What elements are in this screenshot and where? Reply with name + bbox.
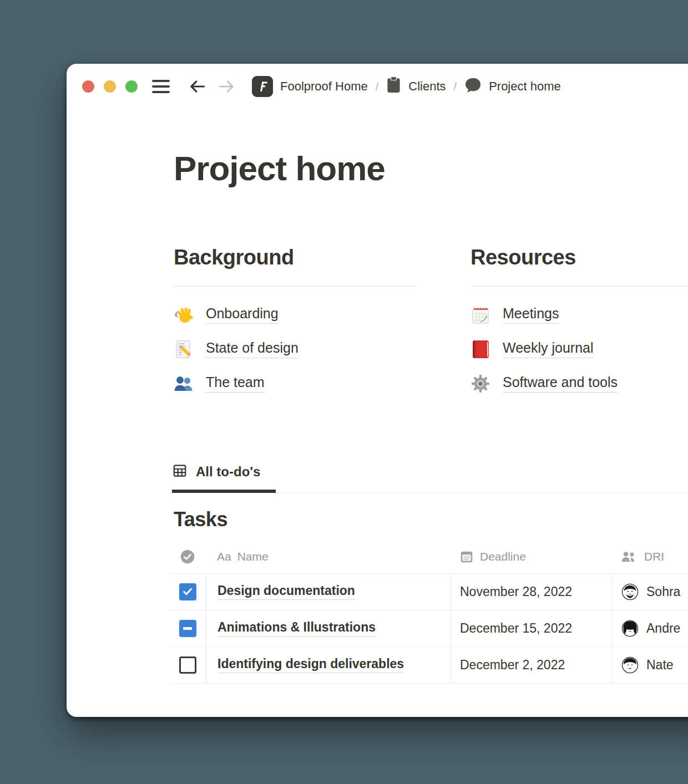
back-button[interactable] bbox=[188, 77, 208, 96]
page-link-the-team[interactable]: The team bbox=[174, 366, 416, 401]
red-book-icon bbox=[471, 339, 490, 359]
page-link-weekly-journal[interactable]: Weekly journal bbox=[471, 332, 688, 366]
breadcrumb-separator: / bbox=[454, 80, 457, 93]
task-deadline-cell[interactable]: December 2, 2022 bbox=[451, 647, 612, 683]
speech-bubble-icon bbox=[464, 77, 482, 96]
page-link-state-of-design[interactable]: State of design bbox=[174, 332, 416, 366]
traffic-lights bbox=[82, 80, 138, 93]
page-link-label: Software and tools bbox=[503, 374, 618, 393]
people-icon bbox=[621, 551, 636, 563]
task-name-link[interactable]: Identifying design deliverables bbox=[217, 656, 404, 673]
page-content: Project home Background bbox=[67, 150, 688, 684]
task-deadline: November 28, 2022 bbox=[460, 584, 572, 599]
text-type-icon: Aa bbox=[217, 550, 231, 563]
task-deadline-cell[interactable]: December 15, 2022 bbox=[451, 610, 612, 646]
task-dri: Andre bbox=[646, 621, 680, 636]
task-deadline: December 15, 2022 bbox=[460, 621, 572, 636]
avatar-sohra bbox=[621, 583, 639, 600]
waving-hand-icon bbox=[174, 305, 194, 325]
background-section: Background bbox=[174, 245, 416, 401]
gear-icon bbox=[471, 374, 490, 394]
header-name-column[interactable]: Aa Name bbox=[206, 540, 451, 573]
link-sections: Background bbox=[174, 245, 688, 401]
page-link-label: Meetings bbox=[503, 306, 559, 324]
breadcrumb-item-foolproof-home[interactable]: Foolproof Home bbox=[252, 76, 368, 97]
task-checkbox-unchecked[interactable] bbox=[179, 656, 196, 674]
table-body: Design documentation November 28, 2022 S… bbox=[169, 573, 688, 684]
breadcrumb-separator: / bbox=[376, 80, 379, 93]
page-link-software-and-tools[interactable]: Software and tools bbox=[471, 366, 688, 401]
section-divider bbox=[174, 286, 416, 287]
memo-pencil-icon bbox=[174, 339, 194, 359]
page-link-label: Onboarding bbox=[206, 306, 279, 324]
breadcrumb: Foolproof Home / Clients / Project home bbox=[252, 76, 561, 97]
breadcrumb-item-clients[interactable]: Clients bbox=[386, 77, 446, 96]
two-people-icon bbox=[174, 374, 194, 394]
spiral-calendar-icon bbox=[471, 305, 490, 325]
column-label: Deadline bbox=[480, 550, 526, 563]
table-row: Animations & Illustrations December 15, … bbox=[169, 610, 688, 646]
page-link-label: Weekly journal bbox=[503, 340, 594, 358]
task-checkbox-checked[interactable] bbox=[179, 583, 196, 600]
task-dri-cell[interactable]: Nate bbox=[612, 647, 688, 683]
header-deadline-column[interactable]: Deadline bbox=[451, 540, 612, 573]
task-deadline-cell[interactable]: November 28, 2022 bbox=[451, 574, 612, 610]
breadcrumb-label: Project home bbox=[489, 79, 561, 94]
task-deadline: December 2, 2022 bbox=[460, 658, 565, 673]
header-checkbox-column[interactable] bbox=[169, 540, 206, 573]
page-link-label: State of design bbox=[206, 340, 299, 358]
app-window: Foolproof Home / Clients / Project home … bbox=[67, 64, 688, 717]
page-title: Project home bbox=[174, 150, 688, 187]
header-dri-column[interactable]: DRI bbox=[612, 540, 688, 573]
tab-all-todos[interactable]: All to-do's bbox=[172, 463, 276, 493]
task-name-link[interactable]: Animations & Illustrations bbox=[217, 620, 376, 637]
task-dri-cell[interactable]: Sohra bbox=[612, 574, 688, 610]
task-dri: Nate bbox=[646, 658, 674, 673]
breadcrumb-item-project-home[interactable]: Project home bbox=[464, 77, 561, 96]
task-dri-cell[interactable]: Andre bbox=[612, 610, 688, 646]
foolproof-logo-icon bbox=[252, 76, 273, 97]
sidebar-menu-icon[interactable] bbox=[152, 80, 170, 93]
task-name-link[interactable]: Design documentation bbox=[217, 583, 355, 600]
page-link-meetings[interactable]: Meetings bbox=[471, 298, 688, 332]
dash-icon bbox=[183, 627, 192, 630]
avatar-andre bbox=[621, 620, 639, 637]
zoom-window-button[interactable] bbox=[125, 80, 138, 93]
section-title: Background bbox=[174, 245, 416, 271]
calendar-icon bbox=[459, 549, 474, 564]
column-label: DRI bbox=[644, 550, 664, 563]
column-label: Name bbox=[237, 550, 269, 563]
clipboard-icon bbox=[386, 77, 401, 96]
breadcrumb-label: Foolproof Home bbox=[280, 79, 368, 94]
forward-arrow-icon bbox=[216, 77, 236, 96]
page-link-onboarding[interactable]: Onboarding bbox=[174, 298, 416, 332]
back-arrow-icon bbox=[188, 77, 208, 96]
section-divider bbox=[471, 286, 688, 287]
task-dri: Sohra bbox=[646, 584, 680, 599]
titlebar: Foolproof Home / Clients / Project home bbox=[67, 64, 688, 103]
check-circle-icon bbox=[180, 549, 195, 564]
forward-button[interactable] bbox=[216, 77, 236, 96]
table-row: Design documentation November 28, 2022 S… bbox=[169, 573, 688, 610]
minimize-window-button[interactable] bbox=[104, 80, 116, 93]
task-checkbox-indeterminate[interactable] bbox=[179, 620, 196, 637]
table-view-icon bbox=[172, 463, 188, 481]
tab-label: All to-do's bbox=[196, 464, 260, 480]
table-row: Identifying design deliverables December… bbox=[169, 646, 688, 684]
tasks-heading: Tasks bbox=[174, 507, 688, 531]
avatar-nate bbox=[621, 656, 639, 674]
tasks-table: Aa Name Deadline bbox=[169, 540, 688, 684]
section-title: Resources bbox=[471, 245, 688, 271]
close-window-button[interactable] bbox=[82, 80, 94, 93]
breadcrumb-label: Clients bbox=[408, 79, 446, 94]
page-link-label: The team bbox=[206, 374, 265, 393]
resources-section: Resources bbox=[471, 245, 688, 401]
view-tab-bar: All to-do's bbox=[169, 463, 688, 493]
table-header-row: Aa Name Deadline bbox=[169, 540, 688, 573]
checkmark-icon bbox=[182, 586, 193, 597]
